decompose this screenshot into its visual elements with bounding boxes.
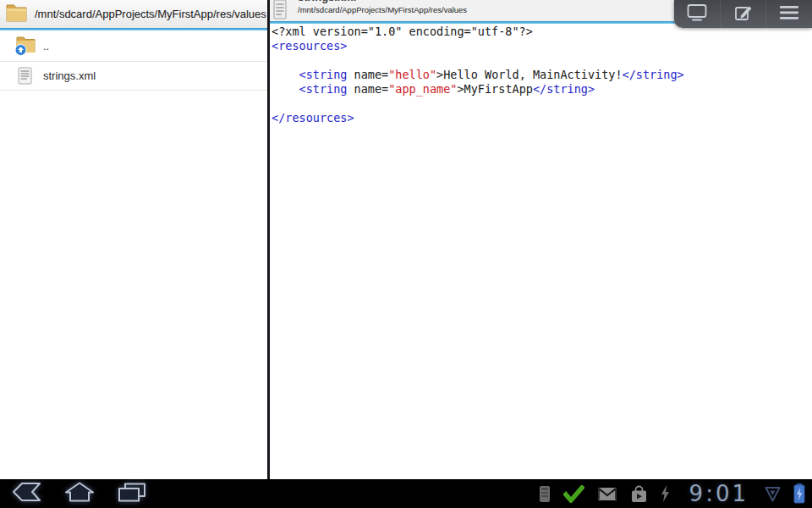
status-cluster[interactable]: 9:01: [539, 481, 805, 506]
editor-panel: strings.xml /mnt/sdcard/AppProjects/MyFi…: [270, 0, 812, 479]
file-row-strings-xml[interactable]: strings.xml: [0, 62, 267, 91]
file-label: ..: [43, 40, 49, 52]
back-icon: [11, 481, 43, 506]
folder-icon: [6, 3, 27, 25]
display-button[interactable]: [674, 0, 720, 28]
menu-button[interactable]: [765, 0, 812, 28]
gmail-icon: [597, 487, 617, 501]
nav-cluster: [10, 482, 149, 505]
recents-icon: [117, 481, 147, 506]
market-icon: [630, 485, 648, 503]
action-toolbar: [674, 0, 812, 28]
menu-icon: [779, 3, 799, 25]
screen: /mnt/sdcard/AppProjects/MyFirstApp/res/v…: [0, 0, 812, 508]
editor-file-path: /mnt/sdcard/AppProjects/MyFirstApp/res/v…: [298, 5, 467, 14]
system-bar: 9:01: [0, 479, 812, 508]
code-line: [272, 53, 812, 68]
recents-button[interactable]: [115, 482, 149, 505]
file-list: .. strings.: [0, 30, 267, 91]
home-icon: [63, 481, 96, 506]
clock[interactable]: 9:01: [689, 481, 749, 506]
home-button[interactable]: [63, 482, 96, 505]
document-icon: [273, 0, 287, 21]
code-line: <string name="app_name">MyFirstApp</stri…: [272, 82, 812, 97]
charging-icon: [661, 485, 670, 502]
code-line: </resources>: [272, 111, 812, 125]
code-line: [272, 97, 812, 111]
folder-up-icon: [13, 36, 36, 57]
usb-icon: [539, 485, 551, 503]
editor-file-title: strings.xml: [298, 0, 356, 3]
back-button[interactable]: [10, 482, 44, 505]
file-label: strings.xml: [43, 69, 96, 82]
edit-icon: [733, 3, 754, 26]
file-row-parent-dir[interactable]: ..: [0, 30, 267, 62]
code-line: <resources>: [272, 39, 812, 53]
check-icon: [563, 485, 584, 503]
xml-file-icon: [13, 67, 36, 85]
path-bar: /mnt/sdcard/AppProjects/MyFirstApp/res/v…: [0, 0, 267, 28]
signal-icon: [765, 486, 781, 502]
code-line: <string name="hello">Hello World, MainAc…: [272, 68, 812, 82]
current-path: /mnt/sdcard/AppProjects/MyFirstApp/res/v…: [35, 8, 266, 20]
main-content: /mnt/sdcard/AppProjects/MyFirstApp/res/v…: [0, 0, 812, 479]
battery-icon: [793, 483, 805, 504]
edit-button[interactable]: [720, 0, 766, 28]
file-browser-panel: /mnt/sdcard/AppProjects/MyFirstApp/res/v…: [0, 0, 267, 479]
code-area[interactable]: <?xml version="1.0" encoding="utf-8"?><r…: [270, 24, 812, 125]
display-icon: [686, 3, 708, 26]
